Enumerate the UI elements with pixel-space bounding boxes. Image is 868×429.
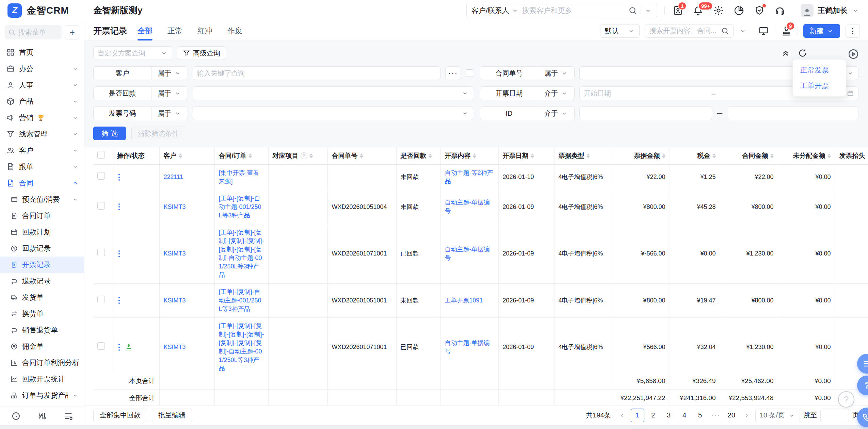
next-page-button[interactable]: › [742,409,752,422]
row-checkbox[interactable] [97,172,105,180]
customer-keyword-input[interactable]: 输入关键字查询 [193,66,440,80]
column-header-是否回款[interactable]: 是否回款 [396,147,440,164]
sort-icon[interactable] [531,153,534,158]
sidebar-item-回款开票统计[interactable]: 回款开票统计 [0,371,84,387]
new-button[interactable]: 新建 [803,24,840,38]
sidebar-item-营销[interactable]: 营销🏆 [0,110,84,126]
prev-page-button[interactable]: ‹ [617,409,627,422]
sliders-icon[interactable] [37,411,47,421]
sort-icon[interactable] [429,153,432,158]
sidebar-item-回款记录[interactable]: 回款记录 [0,240,84,257]
sidebar-item-退款记录[interactable]: 退款记录 [0,273,84,289]
shield-icon[interactable] [754,5,765,16]
analytics-pie-icon[interactable] [734,5,744,16]
row-checkbox[interactable] [97,202,105,210]
cell-link[interactable]: 自动主题-单据编号 [445,246,490,261]
filter-operator-select[interactable]: 介于 [538,87,574,100]
row-actions-icon[interactable] [117,172,121,182]
column-header-票据类型[interactable]: 票据类型 [554,147,612,164]
chevron-down-icon[interactable] [644,7,652,14]
id-max-input[interactable] [727,106,858,120]
row-checkbox[interactable] [97,342,105,350]
play-guide-icon[interactable] [848,48,859,60]
sidebar-item-人事[interactable]: 人事 [0,77,84,93]
sort-icon[interactable] [770,153,774,158]
stamp-icon[interactable]: 9 [781,25,792,37]
more-actions-button[interactable]: ⋮ [846,24,860,38]
filter-operator-select[interactable]: 属于 [538,67,574,80]
row-actions-icon[interactable] [117,202,121,212]
cell-link[interactable]: 自动主题-单据编号 [445,340,490,355]
cell-link[interactable]: [工单]-[复制]-[复制]-[复制]-[复制]-[复制]-[复制]-[复制]-… [219,229,264,278]
id-min-input[interactable] [579,106,712,120]
sidebar-item-佣金单[interactable]: 佣金单 [0,338,84,354]
cell-link[interactable]: [工单]-[复制]-自动主题-001/250L等3种产品 [219,288,261,312]
sort-icon[interactable] [712,153,716,158]
filter-operator-select[interactable]: 属于 [151,87,188,100]
row-actions-icon[interactable] [117,296,121,305]
sidebar-item-产品[interactable]: 产品 [0,93,84,110]
collapse-up-icon[interactable] [781,48,790,58]
column-header-开票日期[interactable]: 开票日期 [498,147,554,164]
chevron-down-icon[interactable] [739,27,746,35]
row-actions-icon[interactable] [117,343,121,352]
sort-icon[interactable] [248,153,252,158]
history-clock-icon[interactable] [11,411,21,421]
add-menu-button[interactable]: + [65,25,79,39]
filter-submit-button[interactable]: 筛 选 [93,127,126,140]
sidebar-item-合同订单[interactable]: 合同订单 [0,208,84,224]
sidebar-item-跟单[interactable]: 跟单 [0,159,84,175]
refresh-icon[interactable] [798,48,807,58]
page-3[interactable]: 3 [662,409,676,422]
column-header-票据金额[interactable]: 票据金额 [612,147,670,164]
sidebar-item-客户[interactable]: 客户 [0,142,84,159]
help-circle-button[interactable]: ? [838,391,854,408]
cell-link[interactable]: 自动主题-单据编号 [445,199,490,214]
menu-item-normal-invoice[interactable]: 正常发票 [793,62,846,78]
contacts-icon[interactable]: 1 [672,5,683,16]
sidebar-item-办公[interactable]: 办公 [0,61,84,77]
sidebar-item-回款计划[interactable]: 回款计划 [0,224,84,240]
scheme-select[interactable]: 自定义方案查询 [93,46,172,60]
user-menu[interactable]: 王鹤加长 [801,4,859,17]
column-header-未分配金额[interactable]: 未分配金额 [778,147,835,164]
sidebar-item-换货单[interactable]: 换货单 [0,306,84,322]
sort-icon[interactable] [179,153,182,158]
sidebar-item-线索管理[interactable]: 线索管理 [0,126,84,142]
headset-icon[interactable] [774,5,785,16]
sort-icon[interactable] [473,153,476,158]
column-header-客户[interactable]: 客户 [159,147,214,164]
sidebar-item-订单与发货产品[interactable]: 订单与发货产品 [0,387,84,403]
row-checkbox[interactable] [97,249,105,256]
page-20[interactable]: 20 [725,409,738,422]
notifications-icon[interactable]: 99+ [693,5,704,16]
more-options-button[interactable]: ··· [445,66,461,80]
page-2[interactable]: 2 [646,409,660,422]
sort-icon[interactable] [827,153,831,158]
tab-正常[interactable]: 正常 [167,21,182,40]
page-size-select[interactable]: 10 条/页 [755,409,800,422]
cell-link[interactable]: KSIMT3 [164,250,186,257]
filter-operator-select[interactable]: 介于 [538,107,574,120]
help-icon[interactable]: ? [301,152,307,159]
filter-clear-button[interactable]: 清除筛选条件 [131,127,185,140]
cell-link[interactable]: KSIMT3 [164,203,186,210]
filter-operator-select[interactable]: 属于 [151,107,188,120]
global-search[interactable]: 客户/联系人 搜索客户和更多 [466,3,657,18]
cell-link[interactable]: [工单]-[复制]-[复制]-[复制]-[复制]-[复制]-[复制]-[复制]-… [219,323,264,372]
logo[interactable]: Z 金智CRM [0,3,84,18]
sort-icon[interactable] [586,153,590,158]
column-header-合同单号[interactable]: 合同单号 [327,147,396,164]
jump-page-input[interactable] [820,409,849,422]
advanced-query-button[interactable]: 高级查询 [177,46,226,60]
search-icon[interactable] [628,6,637,15]
column-header-合同/订单[interactable]: 合同/订单 [214,147,268,164]
global-search-input[interactable]: 搜索客户和更多 [522,6,625,15]
bulk-button-批量编辑[interactable]: 批量编辑 [152,409,192,422]
select-all-checkbox[interactable] [97,151,105,159]
row-checkbox[interactable] [97,296,105,303]
sidebar-item-合同订单利润分析[interactable]: 合同订单利润分析 [0,354,84,371]
tab-全部[interactable]: 全部 [138,21,152,40]
sort-icon[interactable] [309,153,313,158]
bulk-button-全部集中回款[interactable]: 全部集中回款 [93,409,147,422]
